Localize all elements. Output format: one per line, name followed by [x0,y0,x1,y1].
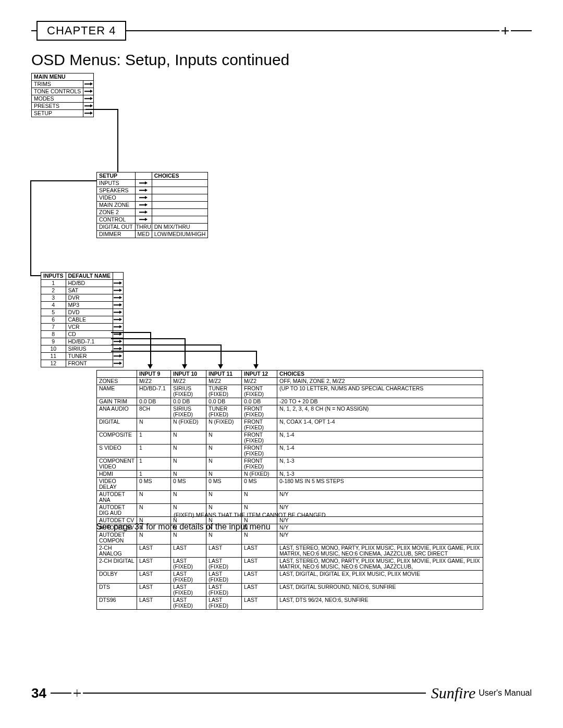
arrow-right-icon [135,209,152,216]
connector-line [221,344,222,364]
detail-value: 1 [137,431,171,445]
setup-menu-choice [152,187,208,194]
input-default-name: SIRIUS [66,346,113,353]
detail-value: LAST [137,545,171,558]
detail-row-label: DOLBY [97,571,137,584]
setup-menu-item: DIGITAL OUT [97,224,136,231]
footer-rule [83,693,426,694]
arrow-down-icon [253,364,259,369]
detail-value: LAST (FIXED) [171,597,206,610]
input-number: 4 [41,302,66,309]
main-menu-item: SETUP [32,110,83,117]
arrow-right-icon [113,302,123,309]
detail-value: LAST [242,597,277,610]
detail-value: N [137,418,171,431]
detail-choices: N, 1-4 [277,431,483,445]
detail-value: N [171,445,206,458]
detail-row-label: ZONES [97,378,137,385]
footer: 34 Sunfire User's Manual [31,684,532,702]
connector-line [85,109,117,110]
arrow-right-icon [113,294,123,302]
detail-row-label: 2-CH DIGITAL [97,558,137,571]
fixed-note: (FIXED) MEANS THAT THE ITEM CANNOT BE CH… [174,512,326,518]
detail-value: TUNER (FIXED) [206,405,242,418]
arrow-down-icon [218,364,223,369]
detail-choices: N, 1-4 [277,445,483,458]
arrow-right-icon [113,324,123,331]
detail-choices: N/Y [277,532,483,545]
setup-menu-item: DIMMER [97,231,136,238]
detail-value: SIRIUS (FIXED) [171,385,206,398]
detail-value: LAST [242,584,277,597]
detail-header: INPUT 12 [242,371,277,378]
setup-menu-choice [152,194,208,202]
detail-value: FRONT (FIXED) [242,385,277,398]
input-default-name: DVD [66,309,113,316]
connector-line [150,332,151,364]
detail-value: LAST (FIXED) [206,558,242,571]
input-default-name: CD [66,331,113,338]
detail-value: LAST (FIXED) [171,558,206,571]
arrow-right-icon [83,81,94,88]
detail-row-label: DIGITAL [97,418,137,431]
detail-value: SIRIUS (FIXED) [171,405,206,418]
detail-value: N [242,491,277,504]
detail-row-label: DTS96 [97,597,137,610]
arrow-right-icon [135,194,152,202]
detail-choices: 0-180 MS IN 5 MS STEPS [277,478,483,491]
input-number: 5 [41,309,66,316]
header-rule-right [126,30,499,32]
connector-line [117,109,118,172]
setup-menu-item: VIDEO [97,194,136,202]
detail-value: 0 MS [206,478,242,491]
detail-value: 1 [137,471,171,478]
chapter-label: CHAPTER 4 [36,21,126,41]
input-default-name: DVR [66,294,113,302]
detail-value: N [242,532,277,545]
setup-menu-choice: LOW/MEDIUM/HIGH [152,231,208,238]
detail-row-label: ANA AUDIO [97,405,137,418]
detail-value: HD/BD-7.1 [137,385,171,398]
detail-value: FRONT (FIXED) [242,458,277,471]
detail-value: LAST [206,545,242,558]
detail-value: LAST [137,571,171,584]
chapter-header: CHAPTER 4 [31,21,532,41]
setup-menu-item: MAIN ZONE [97,202,136,209]
setup-menu-item: CONTROL [97,216,136,224]
main-menu-item: MODES [32,95,83,103]
input-number: 1 [41,280,66,287]
detail-value: 0.0 DB [206,398,242,405]
detail-value: 0 MS [171,478,206,491]
detail-value: N [206,532,242,545]
detail-choices: N, 1-3 [277,458,483,471]
detail-value: N (FIXED) [242,471,277,478]
brand-logo: Sunfire [431,684,476,702]
detail-row-label: COMPONENT VIDEO [97,458,137,471]
detail-choices: LAST, STEREO, MONO, PARTY, PLIIX MUSIC, … [277,545,483,558]
detail-value: LAST [242,545,277,558]
arrow-right-icon [83,88,94,95]
detail-value: 1 [137,458,171,471]
detail-choices: N, 1, 2, 3, 4, 8 CH (N = NO ASSIGN) [277,405,483,418]
detail-value: FRONT (FIXED) [242,405,277,418]
detail-choices: N/Y [277,491,483,504]
main-menu-item: TRIMS [32,81,83,88]
inputs-menu-table: INPUTSDEFAULT NAME1HD/BD2SAT3DVR4MP35DVD… [41,272,124,367]
detail-value: FRONT (FIXED) [242,418,277,431]
detail-choices: LAST, DIGITAL, DIGITAL EX, PLIIX MUSIC, … [277,571,483,584]
detail-row-label: AUTODET ANA [97,491,137,504]
detail-header: INPUT 11 [206,371,242,378]
detail-value: N [171,471,206,478]
detail-value: N [206,458,242,471]
detail-choices: LAST, DIGITAL SURROUND, NEO:6, SUNFIRE [277,584,483,597]
arrow-right-icon [135,187,152,194]
arrow-down-icon [148,364,153,369]
setup-menu-header [135,172,152,180]
main-menu-header: MAIN MENU [32,73,94,81]
detail-row-label: HDMI [97,471,137,478]
input-number: 7 [41,324,66,331]
input-number: 11 [41,353,66,360]
arrow-right-icon [113,280,123,287]
detail-value: 0.0 DB [137,398,171,405]
detail-choices: OFF, MAIN, ZONE 2, M/Z2 [277,378,483,385]
